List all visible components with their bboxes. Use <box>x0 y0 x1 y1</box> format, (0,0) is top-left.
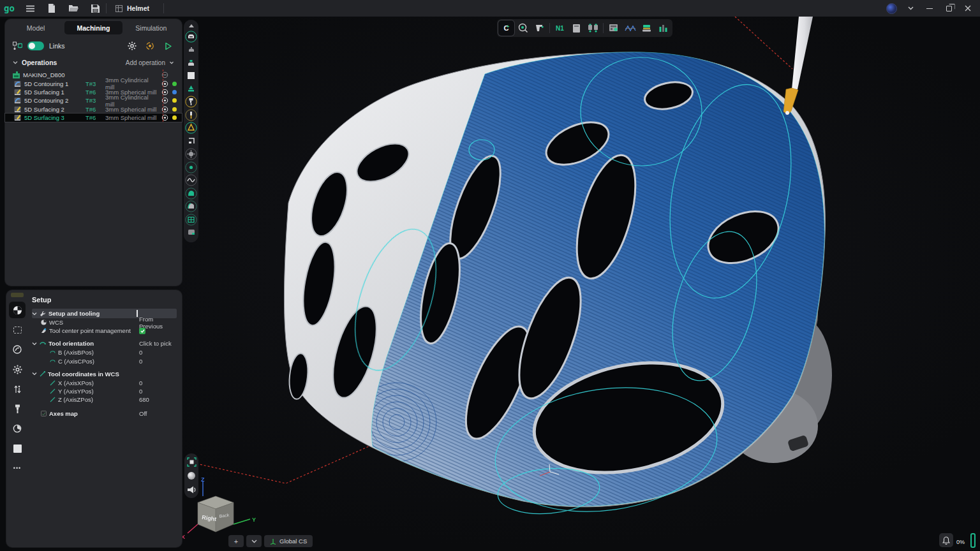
toolpath-target-icon[interactable] <box>161 97 169 104</box>
shaded-sphere-icon[interactable] <box>186 470 197 481</box>
group-tool-orientation[interactable]: Tool orientation Click to pick <box>32 339 177 348</box>
wcs-quadrant-icon[interactable] <box>9 302 26 318</box>
pocket-frame-icon[interactable] <box>184 135 198 148</box>
stock-boundary-icon[interactable] <box>9 321 26 338</box>
surface-icon[interactable] <box>184 187 198 200</box>
run-button[interactable] <box>161 40 174 52</box>
holder-icon[interactable] <box>184 122 198 135</box>
toolpath-target-icon[interactable] <box>161 114 169 121</box>
axes-map-value[interactable]: Off <box>139 410 147 417</box>
progress-label: 0% <box>956 539 965 545</box>
settings-gear-icon[interactable] <box>9 361 26 378</box>
tool-yellow-icon[interactable] <box>184 96 198 109</box>
toolpath-target-icon[interactable] <box>161 80 169 87</box>
thread-gear-icon[interactable] <box>184 148 198 161</box>
axis-travel-icon[interactable] <box>9 381 26 397</box>
projection-icon[interactable] <box>186 484 197 496</box>
axis-c-value[interactable]: 0 <box>139 358 142 365</box>
faces-icon[interactable] <box>184 200 198 214</box>
machine-housing-icon[interactable] <box>184 30 198 43</box>
machine-stock-icon[interactable] <box>184 56 198 70</box>
c-axis-button[interactable]: C + <box>498 20 514 36</box>
nc-code-button[interactable]: N1 <box>552 20 568 36</box>
axis-x-row[interactable]: X (AxisXPos) 0 <box>32 379 177 387</box>
account-chevron-button[interactable] <box>901 0 920 17</box>
links-toggle[interactable] <box>27 41 44 50</box>
tool-pair-button[interactable] <box>585 20 601 36</box>
add-cs-button[interactable]: + <box>228 535 244 547</box>
chip-icon[interactable] <box>184 226 198 240</box>
cs-dropdown-button[interactable] <box>246 535 262 547</box>
axis-c-row[interactable]: C (AxisCPos) 0 <box>32 357 177 365</box>
tab-model[interactable]: Model <box>7 21 64 34</box>
setup-panel: ••• Setup Setup and tooling WCS From Pre… <box>6 290 182 547</box>
axis-y-row[interactable]: Y (AxisYPos) 0 <box>32 387 177 395</box>
axis-y-value[interactable]: 0 <box>139 388 142 395</box>
chevron-down-icon[interactable] <box>13 60 18 65</box>
chevron-down-icon[interactable] <box>32 371 37 376</box>
chevron-down-icon[interactable] <box>32 341 37 346</box>
analysis-button[interactable] <box>622 20 638 36</box>
minimize-button[interactable] <box>920 0 939 17</box>
probe-gauge-button[interactable] <box>515 20 531 36</box>
app-logo[interactable]: go <box>0 0 19 17</box>
machine-icon[interactable] <box>184 43 198 57</box>
operation-row[interactable]: 5D Contouring 1 T#3 3mm Cylindrical mill <box>5 79 182 87</box>
new-file-button[interactable] <box>41 0 63 17</box>
regenerate-button[interactable] <box>144 40 156 52</box>
operations-panel: Model Machining Simulation Links <box>5 19 182 286</box>
scroll-up-icon[interactable] <box>184 22 198 30</box>
statistics-button[interactable] <box>655 20 671 36</box>
toolpath-target-icon[interactable] <box>161 89 169 96</box>
open-file-button[interactable] <box>63 0 84 17</box>
orientation-pick[interactable]: Click to pick <box>139 340 172 347</box>
caliper-button[interactable] <box>531 20 547 36</box>
axes-map-row[interactable]: Axes map Off <box>32 409 177 418</box>
machine-sim-button[interactable] <box>605 20 621 36</box>
stock-solid-icon[interactable] <box>9 440 26 457</box>
tcp-row[interactable]: Tool center point management <box>32 327 177 335</box>
sheet-button[interactable] <box>568 20 584 36</box>
tab-simulation[interactable]: Simulation <box>122 21 180 34</box>
axis-x-value[interactable]: 0 <box>139 379 142 386</box>
close-button[interactable] <box>958 0 977 17</box>
toolpath-target-icon[interactable] <box>161 106 169 113</box>
axis-b-row[interactable]: B (AxisBPos) 0 <box>32 348 177 356</box>
operation-row[interactable]: 5D Contouring 2 T#3 3mm Cylindrical mill <box>5 96 182 105</box>
tool-shank-icon[interactable] <box>184 108 198 122</box>
curve-icon[interactable] <box>184 174 198 187</box>
save-button[interactable] <box>84 0 106 17</box>
axis-z-value[interactable]: 680 <box>139 396 149 403</box>
machining-disc-icon[interactable] <box>9 341 26 358</box>
tcp-checkbox[interactable] <box>139 328 145 334</box>
document-tab[interactable]: Helmet <box>107 0 163 17</box>
tool-mill-icon[interactable] <box>9 400 26 417</box>
axis-b-value[interactable]: 0 <box>139 349 142 356</box>
notifications-button[interactable] <box>939 533 953 547</box>
visibility-icon[interactable] <box>161 71 169 78</box>
mesh-grid-icon[interactable] <box>184 213 198 226</box>
rotary-icon[interactable] <box>9 420 26 437</box>
links-settings-button[interactable] <box>126 40 138 52</box>
global-cs-button[interactable]: Global CS <box>264 535 313 547</box>
maximize-button[interactable] <box>939 0 958 17</box>
main-menu-button[interactable] <box>19 0 41 17</box>
stock-box-icon[interactable] <box>184 70 198 83</box>
fit-view-icon[interactable] <box>186 456 197 467</box>
group-tool-coordinates[interactable]: Tool coordinates in WCS <box>32 369 177 379</box>
more-ellipsis-icon[interactable]: ••• <box>9 460 26 476</box>
tab-machining[interactable]: Machining <box>64 21 122 34</box>
chevron-down-icon[interactable] <box>32 311 37 316</box>
operation-name: 5D Surfacing 3 <box>24 114 82 121</box>
account-avatar[interactable] <box>882 0 901 17</box>
operation-row-selected[interactable]: 5D Surfacing 3 T#6 3mm Spherical mill <box>5 114 182 122</box>
points-icon[interactable] <box>184 161 198 174</box>
menu-icon <box>26 5 34 12</box>
wcs-row[interactable]: WCS From Previous <box>32 318 177 327</box>
add-operation-button[interactable]: Add operation <box>126 59 165 66</box>
axis-z-row[interactable]: Z (AxisZPos) 680 <box>32 395 177 404</box>
chevron-down-icon[interactable] <box>169 60 174 65</box>
layers-button[interactable] <box>639 20 655 36</box>
stock-cone-icon[interactable] <box>184 82 198 96</box>
operation-row[interactable]: 5D Surfacing 2 T#6 3mm Spherical mill <box>5 105 182 114</box>
